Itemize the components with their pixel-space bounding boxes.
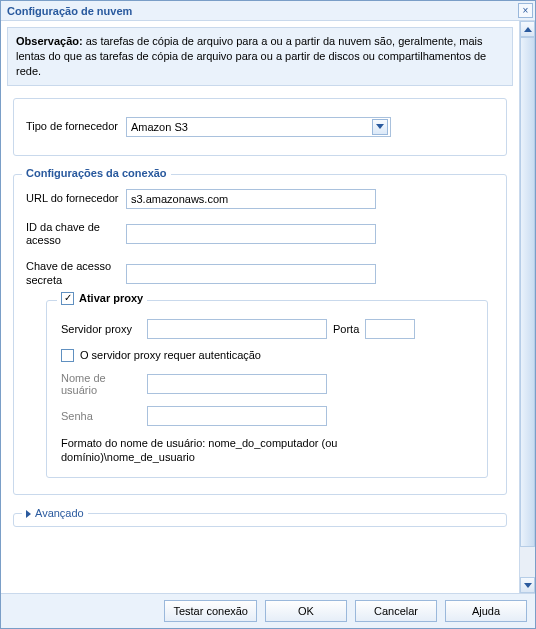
proxy-password-label: Senha xyxy=(61,410,141,422)
help-button[interactable]: Ajuda xyxy=(445,600,527,622)
expand-icon xyxy=(26,510,31,518)
note-bold: Observação: xyxy=(16,35,83,47)
test-connection-button[interactable]: Testar conexão xyxy=(164,600,257,622)
close-button[interactable]: × xyxy=(518,3,533,18)
cancel-button[interactable]: Cancelar xyxy=(355,600,437,622)
secret-key-label: Chave de acesso secreta xyxy=(26,260,126,288)
proxy-legend: Ativar proxy xyxy=(57,292,147,305)
proxy-username-input[interactable] xyxy=(147,374,327,394)
window-title: Configuração de nuvem xyxy=(7,5,132,17)
provider-type-label: Tipo de fornecedor xyxy=(26,120,126,134)
content-pane: Observação: as tarefas de cópia de arqui… xyxy=(1,21,519,593)
connection-group: Configurações da conexão URL do forneced… xyxy=(13,174,507,496)
scroll-up-button[interactable] xyxy=(520,21,535,37)
vertical-scrollbar[interactable] xyxy=(519,21,535,593)
provider-type-value: Amazon S3 xyxy=(131,121,188,133)
advanced-legend-text: Avançado xyxy=(35,507,84,519)
provider-url-label: URL do fornecedor xyxy=(26,192,126,206)
proxy-auth-label: O servidor proxy requer autenticação xyxy=(80,349,261,361)
titlebar: Configuração de nuvem × xyxy=(1,1,535,21)
access-id-input[interactable] xyxy=(126,224,376,244)
connection-legend: Configurações da conexão xyxy=(22,167,171,179)
access-id-label: ID da chave de acesso xyxy=(26,221,126,249)
proxy-group: Ativar proxy Servidor proxy Porta O serv… xyxy=(46,300,488,479)
scroll-down-button[interactable] xyxy=(520,577,535,593)
chevron-down-icon xyxy=(372,119,388,135)
provider-group: Tipo de fornecedor Amazon S3 xyxy=(13,98,507,156)
provider-type-select[interactable]: Amazon S3 xyxy=(126,117,391,137)
ok-button[interactable]: OK xyxy=(265,600,347,622)
dialog-window: Configuração de nuvem × Observação: as t… xyxy=(0,0,536,629)
proxy-server-input[interactable] xyxy=(147,319,327,339)
enable-proxy-checkbox[interactable] xyxy=(61,292,74,305)
proxy-port-label: Porta xyxy=(333,323,359,335)
provider-url-input[interactable] xyxy=(126,189,376,209)
proxy-username-label: Nome de usuário xyxy=(61,372,141,396)
proxy-auth-checkbox[interactable] xyxy=(61,349,74,362)
button-bar: Testar conexão OK Cancelar Ajuda xyxy=(1,593,535,628)
info-note: Observação: as tarefas de cópia de arqui… xyxy=(7,27,513,86)
proxy-password-input[interactable] xyxy=(147,406,327,426)
advanced-group[interactable]: Avançado xyxy=(13,513,507,527)
username-format-hint: Formato do nome de usuário: nome_do_comp… xyxy=(61,436,473,466)
note-text: as tarefas de cópia de arquivo para a ou… xyxy=(16,35,486,77)
secret-key-input[interactable] xyxy=(126,264,376,284)
body-area: Observação: as tarefas de cópia de arqui… xyxy=(1,21,535,593)
enable-proxy-label: Ativar proxy xyxy=(79,292,143,304)
proxy-port-input[interactable] xyxy=(365,319,415,339)
scroll-thumb[interactable] xyxy=(520,37,535,547)
proxy-server-label: Servidor proxy xyxy=(61,323,141,335)
advanced-legend: Avançado xyxy=(22,507,88,519)
